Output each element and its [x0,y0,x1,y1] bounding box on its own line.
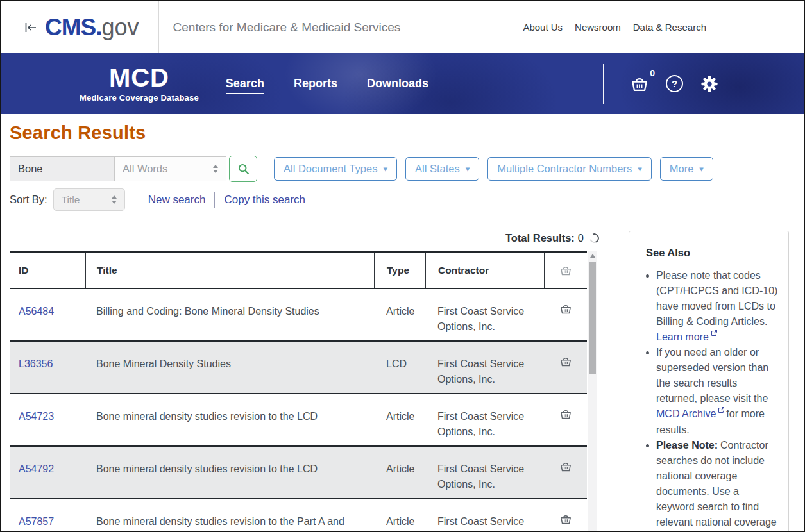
mcd-logo[interactable]: MCD Medicare Coverage Database [80,65,199,103]
result-title: Bone mineral density studies revision to… [85,394,374,424]
result-contractor: First Coast Service Options, Inc. [425,342,544,387]
result-type: Article [374,499,425,529]
sort-by-label: Sort By: [10,194,47,206]
navbar-utilities: 0 ? [603,64,719,104]
mcd-navbar: MCD Medicare Coverage Database Search Re… [1,53,804,114]
add-to-basket-button[interactable] [544,447,587,473]
caret-down-icon: ▾ [383,165,387,173]
result-type: LCD [374,342,425,372]
see-also-item: Please Note:Contractor searches do not i… [656,438,778,532]
cms-site-header: CMS.gov Centers for Medicare & Medicaid … [1,1,804,53]
result-title: Billing and Coding: Bone Mineral Density… [85,289,374,319]
filter-document-types[interactable]: All Document Types▾ [274,157,397,181]
result-id-link[interactable]: L36356 [19,358,53,369]
search-controls-row: All Words All Document Types▾ All States… [10,156,804,181]
result-contractor: First Coast Service Options, Inc. [425,394,544,440]
result-id-link[interactable]: A54792 [19,463,54,474]
cms-logo-text: CMS. [45,14,102,41]
total-results-label: Total Results: [505,232,575,244]
see-also-item: Please note that codes (CPT/HCPCS and IC… [656,268,778,345]
table-header-row: ID Title Type Contractor [10,251,587,289]
learn-more-link[interactable]: Learn more [656,331,709,342]
page-title: Search Results [10,122,804,144]
add-to-basket-button[interactable] [544,289,587,315]
tab-reports[interactable]: Reports [294,77,337,90]
result-type: Article [374,289,425,319]
filter-contractor-numbers[interactable]: Multiple Contractor Numbers▾ [487,157,652,181]
caret-down-icon: ▾ [466,165,470,173]
external-link-icon [711,329,718,337]
nav-newsroom[interactable]: Newsroom [575,22,621,33]
caret-down-icon: ▾ [699,165,704,173]
see-also-item: If you need an older or superseded versi… [656,345,778,437]
nav-data-research[interactable]: Data & Research [633,22,706,33]
sort-arrows-icon [213,165,218,173]
result-id-link[interactable]: A54723 [19,411,54,422]
table-row: A57857 Bone mineral density studies revi… [10,499,587,532]
add-to-basket-button[interactable] [544,499,587,526]
please-note-label: Please Note: [656,440,718,451]
result-title: Bone Mineral Density Studies [85,342,374,372]
gear-icon[interactable] [700,74,719,94]
sort-arrows-icon [112,195,117,204]
see-also-panel: See Also Please note that codes (CPT/HCP… [629,231,789,532]
basket-icon [630,74,649,94]
column-header-contractor: Contractor [425,253,544,288]
result-contractor: First Coast Service Options, Inc. [425,289,544,335]
caret-down-icon: ▾ [638,165,642,173]
result-type: Article [374,447,425,477]
tab-downloads[interactable]: Downloads [367,77,428,90]
search-icon [237,162,250,176]
sort-row: Sort By: Title New search Copy this sear… [10,188,804,211]
basket-count-badge: 0 [650,68,655,78]
link-separator [214,192,215,208]
mcd-brand-title: MCD [80,65,199,90]
cms-tagline: Centers for Medicare & Medicaid Services [173,21,401,35]
result-type: Article [374,394,425,424]
loading-spinner-icon [588,232,601,245]
filter-states[interactable]: All States▾ [405,157,479,181]
copy-search-link[interactable]: Copy this search [224,194,305,206]
mcd-search-results-page: { "colors": { "navbar_blue": "#2a3a8f", … [0,0,805,532]
column-header-basket [544,253,587,288]
result-contractor: First Coast Service Options, Inc. [425,447,544,492]
result-id-link[interactable]: A57857 [19,516,54,527]
collapse-arrow-icon[interactable] [23,20,38,35]
scroll-up-icon[interactable] [588,251,597,260]
search-button[interactable] [229,156,257,182]
sort-select[interactable]: Title [53,188,125,211]
result-title: Bone mineral density studies revision to… [85,447,374,477]
mcd-brand-subtitle: Medicare Coverage Database [80,93,199,103]
filter-buttons: All Document Types▾ All States▾ Multiple… [274,157,713,181]
tab-search[interactable]: Search [226,77,264,90]
result-title: Bone mineral density studies revision to… [85,499,374,532]
total-results-line: Total Results: 0 [10,232,599,244]
cms-gov-logo[interactable]: CMS.gov [45,14,139,41]
search-action-links: New search Copy this search [148,192,305,208]
add-to-basket-button[interactable] [544,342,587,368]
mcd-archive-link[interactable]: MCD Archive [656,409,716,420]
add-to-basket-button[interactable] [544,394,587,420]
basket-button[interactable]: 0 [630,74,649,94]
result-id-link[interactable]: A56484 [19,306,54,317]
results-table: ID Title Type Contractor A56484 Billing … [10,251,587,532]
filter-more[interactable]: More▾ [660,157,713,181]
nav-about-us[interactable]: About Us [523,22,563,33]
external-link-icon [718,406,725,413]
result-contractor: First Coast Service Options, Inc. [425,499,544,532]
see-also-list: Please note that codes (CPT/HCPCS and IC… [646,268,778,532]
match-type-select[interactable]: All Words [114,156,226,181]
table-scrollbar[interactable] [588,251,597,532]
navbar-divider [603,64,604,104]
total-results-value: 0 [578,232,584,244]
table-row: A54792 Bone mineral density studies revi… [10,447,587,499]
see-also-title: See Also [646,247,778,259]
scrollbar-thumb[interactable] [589,262,596,374]
search-keyword-input[interactable] [10,156,115,181]
help-icon[interactable]: ? [666,75,683,92]
table-row: A54723 Bone mineral density studies revi… [10,394,587,447]
basket-icon [559,264,572,277]
new-search-link[interactable]: New search [148,194,206,206]
table-row: A56484 Billing and Coding: Bone Mineral … [10,289,587,342]
column-header-title: Title [85,253,374,288]
